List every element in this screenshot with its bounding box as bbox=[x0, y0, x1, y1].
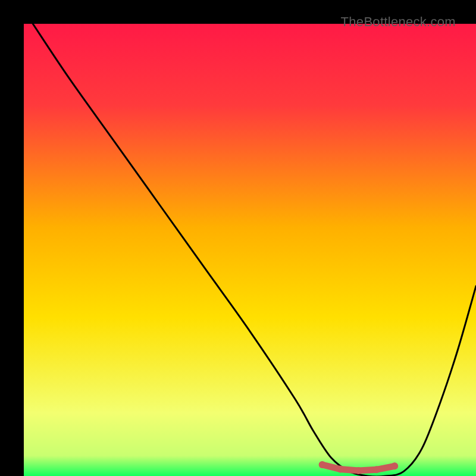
chart-frame: TheBottleneck.com bbox=[12, 12, 464, 464]
optimal-range-dot bbox=[391, 462, 398, 469]
optimal-range-dot bbox=[355, 467, 362, 474]
optimal-range-dot bbox=[337, 466, 344, 473]
optimal-range-dot bbox=[373, 466, 380, 473]
watermark-text: TheBottleneck.com bbox=[341, 14, 456, 30]
bottleneck-chart bbox=[24, 24, 476, 476]
gradient-background bbox=[24, 24, 476, 476]
optimal-range-dot bbox=[319, 461, 326, 468]
